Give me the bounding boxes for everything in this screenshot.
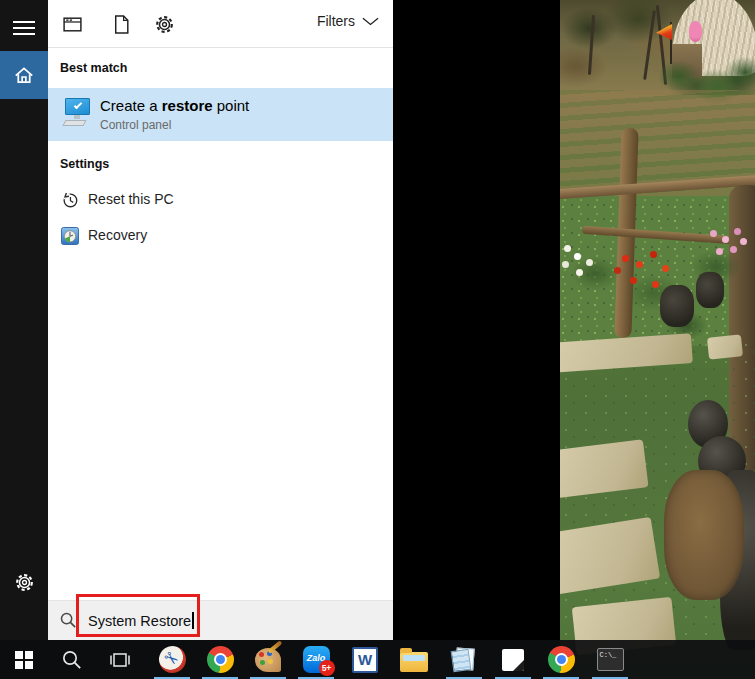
filters-dropdown[interactable]: Filters <box>317 13 379 29</box>
search-icon <box>61 649 83 671</box>
settings-section-header: Settings <box>60 157 109 171</box>
search-input[interactable]: System Restore <box>48 600 393 640</box>
task-view-button[interactable] <box>96 640 144 679</box>
wallpaper-stepping-stone <box>707 334 743 359</box>
notification-badge: 5+ <box>319 660 335 676</box>
hamburger-icon <box>13 17 35 39</box>
desktop-black-area <box>393 0 560 679</box>
notepad-icon <box>452 648 476 672</box>
taskbar-search-button[interactable] <box>48 640 96 679</box>
best-match-result[interactable]: Create a restore point Control panel <box>48 88 393 141</box>
taskbar-app-chrome[interactable] <box>196 640 244 679</box>
start-button[interactable] <box>0 640 48 679</box>
taskbar-app-zalo[interactable]: Zalo 5+ <box>292 640 340 679</box>
taskbar-app-notepad[interactable] <box>440 640 488 679</box>
wallpaper-red-flowers <box>622 255 629 262</box>
wallpaper-pink-sign <box>689 21 702 42</box>
search-icon <box>59 611 78 630</box>
wallpaper-pink-flowers <box>710 230 717 237</box>
result-label: Recovery <box>88 227 147 243</box>
text-caret <box>192 612 194 629</box>
history-icon <box>61 191 79 209</box>
system-properties-monitor-icon <box>62 96 94 130</box>
taskbar-app-snipping[interactable] <box>148 640 196 679</box>
home-icon <box>13 64 35 86</box>
wallpaper-dirt-patch <box>664 470 744 600</box>
settings-filter-icon[interactable] <box>154 14 175 35</box>
search-query-text: System Restore <box>88 613 191 629</box>
hamburger-menu-button[interactable] <box>0 4 48 52</box>
apps-filter-icon[interactable] <box>62 14 83 35</box>
result-reset-this-pc[interactable]: Reset this PC <box>48 184 393 216</box>
paint-icon <box>255 648 281 672</box>
command-prompt-icon: C:\_ <box>597 648 624 671</box>
taskbar-app-command-prompt[interactable]: C:\_ <box>586 640 634 679</box>
taskbar: Zalo 5+ W C:\_ <box>0 640 755 679</box>
taskbar-app-white-square[interactable] <box>489 640 537 679</box>
best-match-subtitle: Control panel <box>100 118 171 132</box>
windows-10-desktop: Filters Best match Create a restore poin… <box>0 0 755 679</box>
taskbar-app-file-explorer[interactable] <box>390 640 438 679</box>
documents-filter-icon[interactable] <box>111 14 132 35</box>
best-match-title: Create a restore point <box>100 97 249 114</box>
chevron-down-icon <box>362 17 379 26</box>
chrome-icon <box>548 646 575 673</box>
wallpaper-flower-foliage <box>560 215 755 345</box>
result-recovery[interactable]: Recovery <box>48 220 393 252</box>
result-label: Reset this PC <box>88 191 174 207</box>
word-icon: W <box>352 647 378 673</box>
task-view-icon <box>108 650 132 670</box>
start-menu-sidebar <box>0 0 48 640</box>
taskbar-app-paint[interactable] <box>244 640 292 679</box>
taskbar-app-word[interactable]: W <box>341 640 389 679</box>
desktop-wallpaper[interactable] <box>560 0 755 679</box>
search-panel-topbar: Filters <box>48 0 393 48</box>
sidebar-home-button[interactable] <box>0 51 48 99</box>
file-explorer-icon <box>400 652 428 672</box>
best-match-header: Best match <box>60 61 127 75</box>
search-results-panel: Filters Best match Create a restore poin… <box>48 0 393 640</box>
wallpaper-plant-pot <box>660 285 694 327</box>
white-square-app-icon <box>502 649 524 671</box>
filters-label: Filters <box>317 13 355 29</box>
sidebar-settings-button[interactable] <box>0 558 48 606</box>
wallpaper-white-flowers <box>564 245 571 252</box>
gear-icon <box>14 572 35 593</box>
windows-logo-icon <box>15 651 33 669</box>
recovery-icon <box>61 227 79 245</box>
wallpaper-plant-pot <box>696 272 724 308</box>
taskbar-app-chrome-2[interactable] <box>537 640 585 679</box>
chrome-icon <box>207 646 234 673</box>
snipping-app-icon <box>155 643 188 676</box>
zalo-icon: Zalo 5+ <box>303 646 330 673</box>
